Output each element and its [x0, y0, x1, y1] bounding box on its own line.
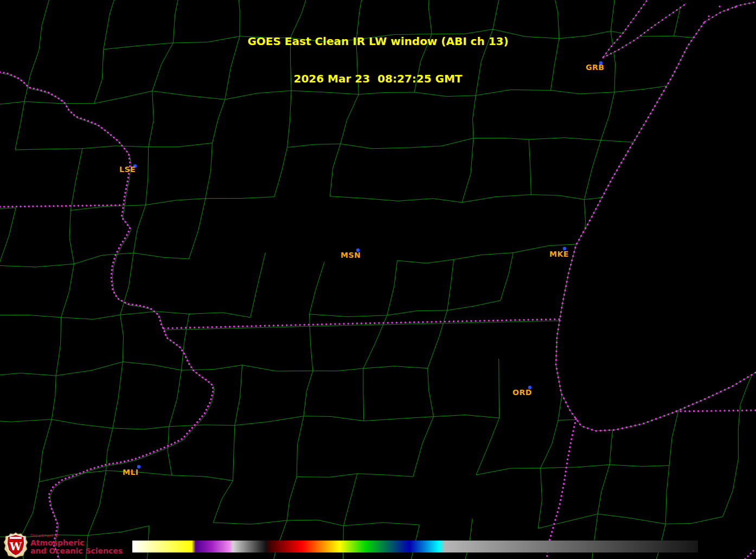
- station-label-ord: ORD: [512, 388, 532, 397]
- station-label-lse: LSE: [119, 165, 136, 174]
- station-label-grb: GRB: [586, 63, 604, 72]
- uw-crest-icon: W: [3, 532, 28, 558]
- satellite-viewer: { "header": { "title_line1": "GOES East …: [0, 0, 756, 559]
- svg-text:W: W: [9, 540, 22, 553]
- station-label-msn: MSN: [341, 251, 361, 259]
- logo-department-label: Department of: [30, 534, 123, 538]
- satellite-map-canvas: [0, 0, 756, 559]
- temperature-colorbar: [132, 541, 698, 552]
- logo-name-line1: Atmospheric: [30, 539, 123, 547]
- station-label-mke: MKE: [549, 250, 569, 258]
- station-label-mli: MLI: [123, 468, 139, 477]
- logo-name-line2: and Oceanic Sciences: [30, 547, 123, 555]
- aos-logo: W Department of Atmospheric and Oceanic …: [3, 532, 128, 559]
